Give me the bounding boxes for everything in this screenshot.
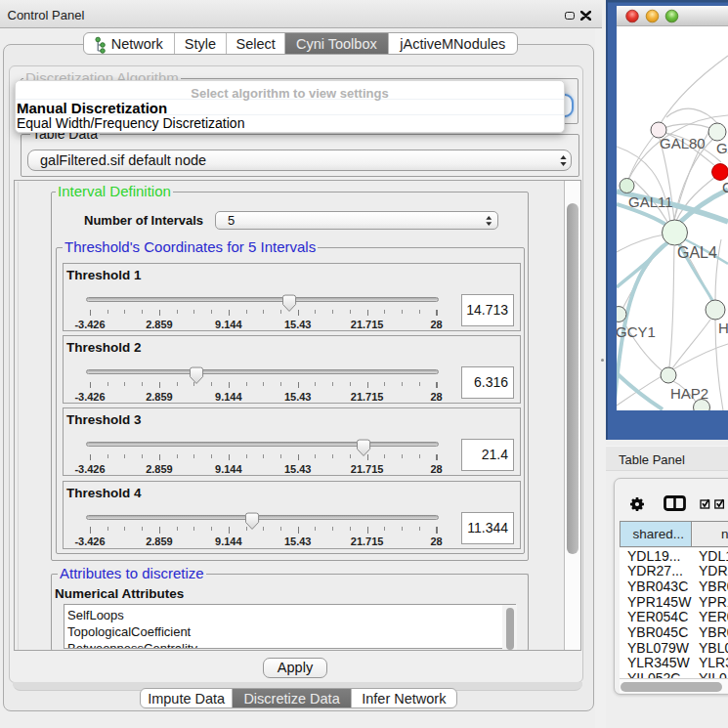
svg-text:HAP2: HAP2 bbox=[670, 385, 708, 402]
svg-text:GAL11: GAL11 bbox=[628, 193, 673, 210]
svg-text:GAL80: GAL80 bbox=[660, 135, 706, 151]
svg-text:H: H bbox=[718, 320, 728, 336]
svg-text:GAL4: GAL4 bbox=[677, 244, 717, 261]
svg-text:GCY1: GCY1 bbox=[616, 323, 656, 340]
svg-text:C: C bbox=[722, 179, 728, 195]
svg-text:GA: GA bbox=[716, 140, 728, 156]
